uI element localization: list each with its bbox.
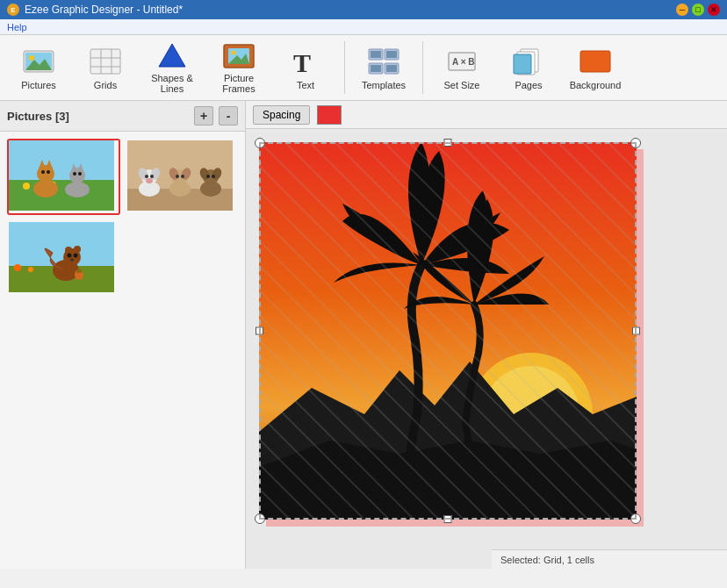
svg-point-52 [145, 175, 148, 178]
handle-tc[interactable] [444, 139, 452, 147]
toolbar-background[interactable]: Background [564, 39, 627, 97]
svg-marker-9 [159, 44, 185, 67]
toolbar-divider-2 [422, 41, 423, 94]
grids-label: Grids [94, 80, 117, 90]
toolbar-templates[interactable]: Templates [352, 39, 415, 97]
templates-label: Templates [362, 80, 406, 90]
shapes-label: Shapes & Lines [144, 73, 200, 94]
svg-point-38 [41, 170, 45, 174]
svg-text:A × B: A × B [452, 57, 474, 67]
background-icon [578, 46, 613, 77]
pictures-icon [21, 46, 56, 77]
svg-point-77 [70, 259, 74, 262]
selected-frame[interactable] [259, 142, 637, 520]
title-bar: E Ezee Graphic Designer - Untitled* ─ □ … [0, 0, 727, 19]
toolbar-divider-1 [344, 41, 345, 94]
toolbar-pages[interactable]: Pages [497, 39, 560, 97]
svg-rect-20 [386, 51, 397, 58]
sidebar-header: Pictures [3] + - [0, 101, 245, 132]
status-bar: Selected: Grid, 1 cells [492, 549, 727, 569]
title-bar-text: Ezee Graphic Designer - Untitled* [25, 4, 676, 16]
svg-point-60 [181, 175, 184, 178]
handle-tl[interactable] [255, 138, 265, 148]
svg-rect-85 [259, 142, 637, 520]
minimize-button[interactable]: ─ [676, 4, 688, 16]
svg-point-45 [78, 172, 82, 176]
shapes-icon [155, 42, 190, 70]
svg-point-74 [74, 246, 81, 253]
svg-point-75 [68, 254, 72, 258]
text-icon: T [288, 46, 323, 77]
svg-point-65 [206, 175, 210, 178]
handle-mr[interactable] [632, 327, 640, 335]
svg-point-66 [212, 175, 215, 178]
cat-image [9, 140, 114, 211]
svg-rect-4 [90, 49, 120, 74]
svg-point-40 [65, 182, 90, 197]
pages-label: Pages [515, 80, 542, 90]
handle-bl[interactable] [255, 513, 265, 524]
svg-point-39 [47, 170, 50, 174]
spacing-button[interactable]: Spacing [253, 105, 310, 125]
svg-point-69 [14, 264, 21, 271]
canvas-content [246, 129, 727, 535]
sidebar-title: Pictures [3] [7, 110, 189, 123]
title-bar-controls: ─ □ ✕ [676, 4, 720, 16]
toolbar-pictures[interactable]: Pictures [7, 39, 70, 97]
svg-rect-19 [371, 51, 381, 58]
pictures-label: Pictures [21, 80, 56, 90]
thumbnail-cats[interactable] [7, 139, 120, 215]
canvas-toolbar: Spacing [246, 101, 727, 129]
svg-point-59 [176, 175, 179, 178]
squirrel-image [9, 222, 114, 292]
maximize-button[interactable]: □ [692, 4, 704, 16]
svg-text:T: T [293, 48, 311, 75]
thumbnail-puppies[interactable] [126, 139, 239, 215]
svg-rect-67 [9, 222, 114, 266]
thumbnail-squirrel[interactable] [7, 220, 120, 297]
setsize-icon: A × B [444, 46, 479, 77]
toolbar-setsize[interactable]: A × B Set Size [430, 39, 493, 97]
svg-point-54 [146, 178, 153, 183]
canvas-area[interactable]: Spacing [246, 101, 727, 569]
svg-rect-28 [580, 51, 610, 72]
toolbar-frames[interactable]: Picture Frames [207, 39, 270, 97]
svg-point-3 [29, 55, 34, 61]
color-picker[interactable] [317, 105, 342, 125]
help-bar: Help [0, 19, 727, 35]
puppies-image [127, 140, 233, 211]
grids-icon [88, 46, 123, 77]
close-button[interactable]: ✕ [708, 4, 720, 16]
svg-rect-79 [76, 269, 82, 273]
setsize-label: Set Size [444, 80, 480, 90]
help-link[interactable]: Help [7, 22, 27, 32]
main-area: Pictures [3] + - [0, 101, 727, 569]
add-picture-button[interactable]: + [194, 106, 213, 125]
text-label: Text [297, 80, 314, 90]
svg-point-53 [150, 175, 154, 178]
handle-tr[interactable] [630, 138, 641, 148]
frames-icon [221, 42, 256, 70]
remove-picture-button[interactable]: - [219, 106, 238, 125]
svg-point-70 [28, 267, 33, 272]
handle-ml[interactable] [256, 327, 263, 335]
svg-point-76 [74, 254, 78, 258]
background-label: Background [570, 80, 622, 90]
app-logo: E [7, 4, 19, 16]
status-text: Selected: Grid, 1 cells [500, 555, 594, 565]
toolbar-shapes[interactable]: Shapes & Lines [140, 39, 204, 97]
toolbar-text[interactable]: T Text [274, 39, 337, 97]
svg-rect-21 [371, 65, 381, 72]
handle-br[interactable] [630, 513, 641, 524]
toolbar-grids[interactable]: Grids [74, 39, 137, 97]
main-toolbar: Pictures Grids Shapes & Lines [0, 35, 727, 101]
sidebar: Pictures [3] + - [0, 101, 246, 569]
svg-point-73 [65, 247, 72, 254]
pages-icon [511, 46, 546, 77]
svg-point-44 [73, 172, 76, 176]
handle-bc[interactable] [444, 515, 452, 523]
sidebar-content [0, 132, 245, 569]
svg-point-31 [23, 183, 30, 190]
frame-wrapper [259, 142, 637, 520]
sunset-image [259, 142, 637, 520]
